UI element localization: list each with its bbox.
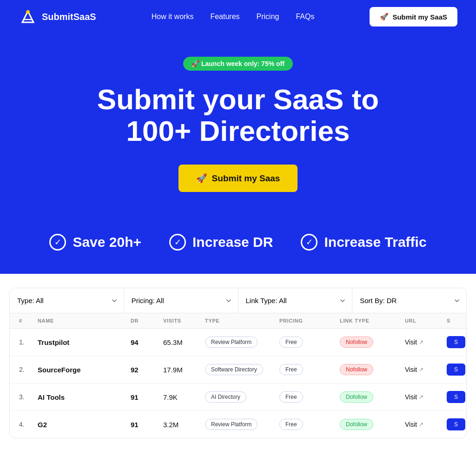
row-visits: 17.9M bbox=[163, 366, 205, 374]
check-icon-traffic: ✓ bbox=[301, 234, 317, 251]
logo-text: SubmitSaaS bbox=[42, 12, 96, 22]
row-submit-button[interactable]: S bbox=[447, 418, 465, 430]
check-icon-save: ✓ bbox=[49, 234, 66, 251]
row-visit-link[interactable]: Visit ↗ bbox=[405, 393, 447, 401]
row-type: Review Platform bbox=[205, 337, 279, 348]
row-visit-link[interactable]: Visit ↗ bbox=[405, 338, 447, 346]
row-type: AI Directory bbox=[205, 391, 279, 403]
row-visit-link[interactable]: Visit ↗ bbox=[405, 366, 447, 373]
row-visit-link[interactable]: Visit ↗ bbox=[405, 421, 447, 428]
row-name: AI Tools bbox=[38, 393, 131, 401]
row-dr: 94 bbox=[131, 338, 163, 346]
table-row: 1. Trustpilot 94 65.3M Review Platform F… bbox=[10, 329, 466, 356]
hero-title-line1: Submit your SaaS to bbox=[97, 83, 379, 115]
row-name: SourceForge bbox=[38, 366, 131, 374]
row-name: Trustpilot bbox=[38, 338, 131, 346]
navbar: SubmitSaaS How it works Features Pricing… bbox=[0, 0, 476, 33]
row-dr: 91 bbox=[131, 421, 163, 429]
row-visits: 7.9K bbox=[163, 393, 205, 401]
row-link-type: Dofollow bbox=[340, 391, 405, 403]
row-num: 1. bbox=[19, 338, 38, 346]
row-type: Review Platform bbox=[205, 419, 279, 430]
filter-bar: Type: All Pricing: All Link Type: All So… bbox=[10, 288, 466, 313]
col-header-num: # bbox=[19, 318, 38, 324]
hero-title: Submit your SaaS to 100+ Directories bbox=[57, 84, 419, 147]
hero-title-line2: 100+ Directories bbox=[126, 115, 350, 147]
hero-section: 🚀 Launch week only: 75% off Submit your … bbox=[0, 33, 476, 220]
row-type: Software Directory bbox=[205, 364, 279, 375]
benefit-dr-label: Increase DR bbox=[192, 234, 273, 251]
hero-rocket-icon: 🚀 bbox=[196, 173, 207, 184]
external-link-icon: ↗ bbox=[419, 339, 423, 345]
row-link-type: Nofollow bbox=[340, 364, 405, 375]
filter-type[interactable]: Type: All bbox=[10, 288, 124, 313]
filter-link-type[interactable]: Link Type: All bbox=[238, 288, 353, 313]
launch-badge: 🚀 Launch week only: 75% off bbox=[183, 57, 293, 71]
directory-table-section: Type: All Pricing: All Link Type: All So… bbox=[0, 274, 476, 457]
nav-pricing[interactable]: Pricing bbox=[257, 13, 279, 21]
col-header-type: TYPE bbox=[205, 318, 279, 324]
table-header: # NAME DR VISITS TYPE PRICING LINK TYPE … bbox=[10, 313, 466, 329]
logo[interactable]: SubmitSaaS bbox=[19, 7, 96, 26]
col-header-link-type: LINK TYPE bbox=[340, 318, 405, 324]
row-submit-button[interactable]: S bbox=[447, 336, 465, 348]
row-name: G2 bbox=[38, 421, 131, 429]
nav-how-it-works[interactable]: How it works bbox=[152, 13, 194, 21]
nav-features[interactable]: Features bbox=[210, 13, 239, 21]
filter-pricing[interactable]: Pricing: All bbox=[124, 288, 238, 313]
nav-submit-button[interactable]: 🚀 Submit my SaaS bbox=[370, 7, 457, 26]
col-header-submit: S bbox=[447, 318, 465, 324]
row-submit-button[interactable]: S bbox=[447, 391, 465, 403]
benefits-section: ✓ Save 20h+ ✓ Increase DR ✓ Increase Tra… bbox=[0, 220, 476, 274]
col-header-pricing: PRICING bbox=[279, 318, 340, 324]
nav-cta-label: Submit my SaaS bbox=[392, 13, 447, 21]
external-link-icon: ↗ bbox=[419, 421, 423, 428]
col-header-url: URL bbox=[405, 318, 447, 324]
table-row: 3. AI Tools 91 7.9K AI Directory Free Do… bbox=[10, 383, 466, 411]
col-header-dr: DR bbox=[131, 318, 163, 324]
table-row: 4. G2 91 3.2M Review Platform Free Dofol… bbox=[10, 411, 466, 438]
filter-sort-by[interactable]: Sort By: DR bbox=[352, 288, 466, 313]
row-num: 4. bbox=[19, 421, 38, 428]
row-pricing: Free bbox=[279, 337, 340, 348]
hero-cta-button[interactable]: 🚀 Submit my Saas bbox=[178, 165, 298, 192]
external-link-icon: ↗ bbox=[419, 394, 423, 400]
row-link-type: Nofollow bbox=[340, 337, 405, 348]
row-link-type: Dofollow bbox=[340, 419, 405, 430]
benefit-save-label: Save 20h+ bbox=[73, 234, 141, 251]
table-body: 1. Trustpilot 94 65.3M Review Platform F… bbox=[10, 329, 466, 438]
benefit-save-time: ✓ Save 20h+ bbox=[49, 234, 141, 251]
svg-point-2 bbox=[26, 10, 30, 14]
benefit-increase-dr: ✓ Increase DR bbox=[169, 234, 273, 251]
row-pricing: Free bbox=[279, 364, 340, 375]
benefit-increase-traffic: ✓ Increase Traffic bbox=[301, 234, 426, 251]
external-link-icon: ↗ bbox=[419, 366, 423, 373]
col-header-name: NAME bbox=[38, 318, 131, 324]
table-row: 2. SourceForge 92 17.9M Software Directo… bbox=[10, 356, 466, 383]
row-num: 2. bbox=[19, 366, 38, 373]
hero-cta-label: Submit my Saas bbox=[212, 173, 280, 184]
nav-links: How it works Features Pricing FAQs bbox=[152, 13, 315, 21]
directory-table-wrapper: Type: All Pricing: All Link Type: All So… bbox=[9, 288, 467, 438]
row-dr: 91 bbox=[131, 393, 163, 401]
nav-faqs[interactable]: FAQs bbox=[296, 13, 314, 21]
row-pricing: Free bbox=[279, 419, 340, 430]
row-visits: 65.3M bbox=[163, 338, 205, 346]
row-pricing: Free bbox=[279, 391, 340, 403]
nav-rocket-icon: 🚀 bbox=[380, 13, 389, 21]
row-submit-button[interactable]: S bbox=[447, 364, 465, 376]
benefit-traffic-label: Increase Traffic bbox=[324, 234, 426, 251]
row-dr: 92 bbox=[131, 366, 163, 374]
check-icon-dr: ✓ bbox=[169, 234, 186, 251]
row-num: 3. bbox=[19, 393, 38, 401]
col-header-visits: VISITS bbox=[163, 318, 205, 324]
row-visits: 3.2M bbox=[163, 421, 205, 429]
